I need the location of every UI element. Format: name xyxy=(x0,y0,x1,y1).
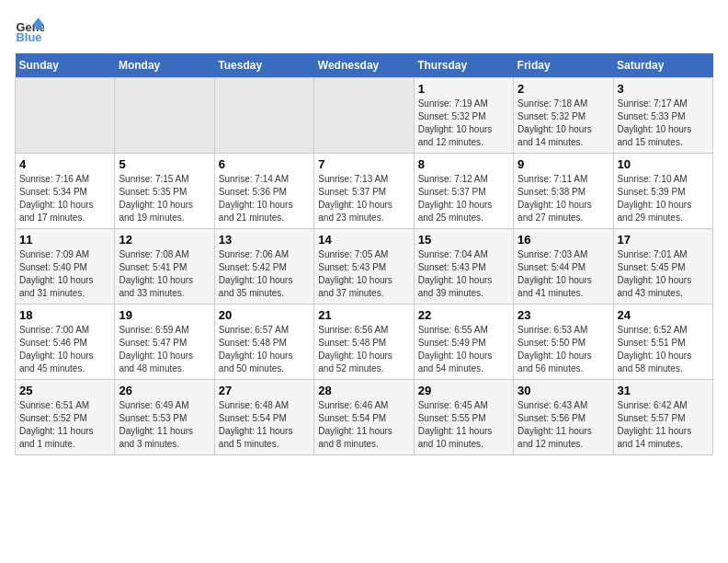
calendar-cell: 6Sunrise: 7:14 AMSunset: 5:36 PMDaylight… xyxy=(214,154,313,229)
day-info: Sunrise: 7:10 AMSunset: 5:39 PMDaylight:… xyxy=(618,173,709,224)
day-number: 19 xyxy=(119,308,210,322)
calendar-cell xyxy=(314,78,414,154)
day-info: Sunrise: 6:42 AMSunset: 5:57 PMDaylight:… xyxy=(618,399,709,451)
day-number: 18 xyxy=(19,308,110,322)
day-info: Sunrise: 7:01 AMSunset: 5:45 PMDaylight:… xyxy=(618,248,709,300)
day-number: 31 xyxy=(618,384,709,397)
day-number: 30 xyxy=(518,384,609,397)
day-info: Sunrise: 7:06 AMSunset: 5:42 PMDaylight:… xyxy=(219,248,310,300)
calendar-cell: 16Sunrise: 7:03 AMSunset: 5:44 PMDayligh… xyxy=(514,229,613,304)
day-info: Sunrise: 6:48 AMSunset: 5:54 PMDaylight:… xyxy=(219,399,310,451)
day-number: 11 xyxy=(19,233,110,247)
day-info: Sunrise: 7:03 AMSunset: 5:44 PMDaylight:… xyxy=(518,248,609,300)
day-number: 10 xyxy=(618,157,709,171)
day-info: Sunrise: 7:09 AMSunset: 5:40 PMDaylight:… xyxy=(19,248,110,300)
calendar-cell: 25Sunrise: 6:51 AMSunset: 5:52 PMDayligh… xyxy=(16,380,115,455)
day-info: Sunrise: 7:16 AMSunset: 5:34 PMDaylight:… xyxy=(19,173,110,224)
calendar-cell: 13Sunrise: 7:06 AMSunset: 5:42 PMDayligh… xyxy=(214,229,313,304)
day-number: 6 xyxy=(219,157,310,171)
day-info: Sunrise: 7:12 AMSunset: 5:37 PMDaylight:… xyxy=(418,173,509,224)
weekday-header-saturday: Saturday xyxy=(613,53,712,78)
day-number: 25 xyxy=(19,384,110,397)
calendar-cell: 5Sunrise: 7:15 AMSunset: 5:35 PMDaylight… xyxy=(115,154,214,229)
weekday-header-monday: Monday xyxy=(115,53,214,78)
calendar-cell: 27Sunrise: 6:48 AMSunset: 5:54 PMDayligh… xyxy=(214,380,313,455)
calendar-cell: 28Sunrise: 6:46 AMSunset: 5:54 PMDayligh… xyxy=(314,380,414,455)
calendar-cell: 18Sunrise: 7:00 AMSunset: 5:46 PMDayligh… xyxy=(16,304,115,380)
calendar-cell: 1Sunrise: 7:19 AMSunset: 5:32 PMDaylight… xyxy=(414,78,513,154)
day-number: 14 xyxy=(318,233,409,247)
calendar-cell: 2Sunrise: 7:18 AMSunset: 5:32 PMDaylight… xyxy=(514,78,613,154)
calendar-cell: 4Sunrise: 7:16 AMSunset: 5:34 PMDaylight… xyxy=(16,154,115,229)
day-number: 16 xyxy=(518,233,609,247)
calendar-table: SundayMondayTuesdayWednesdayThursdayFrid… xyxy=(15,53,713,455)
day-number: 2 xyxy=(518,82,609,96)
day-info: Sunrise: 6:56 AMSunset: 5:48 PMDaylight:… xyxy=(318,324,409,375)
calendar-cell: 10Sunrise: 7:10 AMSunset: 5:39 PMDayligh… xyxy=(613,154,712,229)
day-info: Sunrise: 7:15 AMSunset: 5:35 PMDaylight:… xyxy=(119,173,210,224)
day-number: 7 xyxy=(318,157,409,171)
day-number: 5 xyxy=(119,157,210,171)
calendar-cell xyxy=(214,78,313,154)
logo-icon: General Blue xyxy=(15,15,44,44)
calendar-cell: 31Sunrise: 6:42 AMSunset: 5:57 PMDayligh… xyxy=(613,380,712,455)
day-number: 13 xyxy=(219,233,310,247)
calendar-cell: 9Sunrise: 7:11 AMSunset: 5:38 PMDaylight… xyxy=(514,154,613,229)
day-number: 23 xyxy=(518,308,609,322)
day-number: 29 xyxy=(418,384,509,397)
weekday-header-tuesday: Tuesday xyxy=(214,53,313,78)
day-number: 8 xyxy=(418,157,509,171)
day-info: Sunrise: 7:18 AMSunset: 5:32 PMDaylight:… xyxy=(518,98,609,149)
calendar-cell: 3Sunrise: 7:17 AMSunset: 5:33 PMDaylight… xyxy=(613,78,712,154)
day-info: Sunrise: 7:11 AMSunset: 5:38 PMDaylight:… xyxy=(518,173,609,224)
day-info: Sunrise: 7:08 AMSunset: 5:41 PMDaylight:… xyxy=(119,248,210,300)
day-number: 26 xyxy=(119,384,210,397)
weekday-header-friday: Friday xyxy=(514,53,613,78)
day-number: 17 xyxy=(618,233,709,247)
day-number: 27 xyxy=(219,384,310,397)
day-info: Sunrise: 6:57 AMSunset: 5:48 PMDaylight:… xyxy=(219,324,310,375)
day-info: Sunrise: 6:45 AMSunset: 5:55 PMDaylight:… xyxy=(418,399,509,451)
day-number: 28 xyxy=(318,384,409,397)
logo: General Blue xyxy=(15,15,48,44)
day-number: 9 xyxy=(518,157,609,171)
day-number: 22 xyxy=(418,308,509,322)
day-number: 1 xyxy=(418,82,509,96)
calendar-cell: 15Sunrise: 7:04 AMSunset: 5:43 PMDayligh… xyxy=(414,229,513,304)
day-info: Sunrise: 7:04 AMSunset: 5:43 PMDaylight:… xyxy=(418,248,509,300)
day-info: Sunrise: 7:05 AMSunset: 5:43 PMDaylight:… xyxy=(318,248,409,300)
calendar-cell: 26Sunrise: 6:49 AMSunset: 5:53 PMDayligh… xyxy=(115,380,214,455)
weekday-header-sunday: Sunday xyxy=(16,53,115,78)
day-info: Sunrise: 7:19 AMSunset: 5:32 PMDaylight:… xyxy=(418,98,509,149)
calendar-cell: 19Sunrise: 6:59 AMSunset: 5:47 PMDayligh… xyxy=(115,304,214,380)
page-header: General Blue xyxy=(15,15,713,44)
weekday-header-wednesday: Wednesday xyxy=(314,53,414,78)
calendar-cell: 11Sunrise: 7:09 AMSunset: 5:40 PMDayligh… xyxy=(16,229,115,304)
calendar-cell: 8Sunrise: 7:12 AMSunset: 5:37 PMDaylight… xyxy=(414,154,513,229)
day-info: Sunrise: 6:55 AMSunset: 5:49 PMDaylight:… xyxy=(418,324,509,375)
weekday-header-thursday: Thursday xyxy=(414,53,513,78)
calendar-cell: 17Sunrise: 7:01 AMSunset: 5:45 PMDayligh… xyxy=(613,229,712,304)
day-info: Sunrise: 6:49 AMSunset: 5:53 PMDaylight:… xyxy=(119,399,210,451)
day-number: 3 xyxy=(618,82,709,96)
calendar-cell: 23Sunrise: 6:53 AMSunset: 5:50 PMDayligh… xyxy=(514,304,613,380)
day-info: Sunrise: 6:52 AMSunset: 5:51 PMDaylight:… xyxy=(618,324,709,375)
day-number: 15 xyxy=(418,233,509,247)
day-number: 21 xyxy=(318,308,409,322)
day-info: Sunrise: 7:00 AMSunset: 5:46 PMDaylight:… xyxy=(19,324,110,375)
day-info: Sunrise: 6:51 AMSunset: 5:52 PMDaylight:… xyxy=(19,399,110,451)
day-info: Sunrise: 6:46 AMSunset: 5:54 PMDaylight:… xyxy=(318,399,409,451)
calendar-cell: 7Sunrise: 7:13 AMSunset: 5:37 PMDaylight… xyxy=(314,154,414,229)
day-number: 24 xyxy=(618,308,709,322)
calendar-cell: 14Sunrise: 7:05 AMSunset: 5:43 PMDayligh… xyxy=(314,229,414,304)
day-info: Sunrise: 7:14 AMSunset: 5:36 PMDaylight:… xyxy=(219,173,310,224)
day-info: Sunrise: 6:59 AMSunset: 5:47 PMDaylight:… xyxy=(119,324,210,375)
calendar-cell: 24Sunrise: 6:52 AMSunset: 5:51 PMDayligh… xyxy=(613,304,712,380)
calendar-cell: 12Sunrise: 7:08 AMSunset: 5:41 PMDayligh… xyxy=(115,229,214,304)
day-number: 12 xyxy=(119,233,210,247)
day-info: Sunrise: 6:43 AMSunset: 5:56 PMDaylight:… xyxy=(518,399,609,451)
calendar-cell: 21Sunrise: 6:56 AMSunset: 5:48 PMDayligh… xyxy=(314,304,414,380)
calendar-cell: 29Sunrise: 6:45 AMSunset: 5:55 PMDayligh… xyxy=(414,380,513,455)
calendar-cell: 30Sunrise: 6:43 AMSunset: 5:56 PMDayligh… xyxy=(514,380,613,455)
calendar-cell: 22Sunrise: 6:55 AMSunset: 5:49 PMDayligh… xyxy=(414,304,513,380)
